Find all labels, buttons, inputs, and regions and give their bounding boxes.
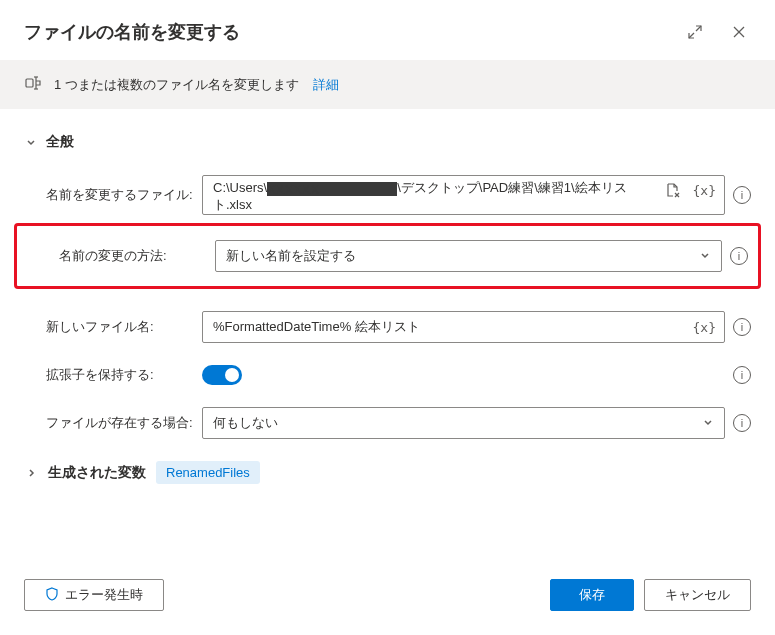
file-path-prefix: C:\Users\ [213,180,267,195]
chevron-right-icon [24,466,38,480]
new-filename-label: 新しいファイル名: [46,318,194,336]
on-error-button[interactable]: エラー発生時 [24,579,164,611]
info-banner: 1 つまたは複数のファイル名を変更します 詳細 [0,60,775,109]
new-filename-value: %FormattedDateTime% 絵本リスト [213,319,689,336]
new-filename-input[interactable]: %FormattedDateTime% 絵本リスト {x} [202,311,725,343]
file-picker-icon[interactable] [663,180,683,200]
section-generated-vars-header[interactable]: 生成された変数 RenamedFiles [24,461,751,484]
file-to-rename-input[interactable]: C:\Users\XXXXXX\デスクトップ\PAD練習\練習1\絵本リスト.x… [202,175,725,215]
section-general-header[interactable]: 全般 [24,133,751,151]
file-to-rename-label: 名前を変更するファイル: [46,186,194,204]
chevron-down-icon [702,416,714,431]
redacted-segment: XXXXXX [267,182,397,196]
section-generated-vars-title: 生成された変数 [48,464,146,482]
highlighted-area: 名前の変更の方法: 新しい名前を設定する i [14,223,761,289]
shield-icon [45,587,59,604]
if-file-exists-value: 何もしない [213,414,278,432]
expand-icon[interactable] [683,20,707,44]
rename-scheme-label: 名前の変更の方法: [59,247,207,265]
keep-extension-label: 拡張子を保持する: [46,366,194,384]
info-icon[interactable]: i [733,366,751,384]
rename-scheme-select[interactable]: 新しい名前を設定する [215,240,722,272]
chevron-down-icon [699,249,711,264]
svg-rect-0 [26,79,33,87]
info-icon[interactable]: i [730,247,748,265]
rename-scheme-value: 新しい名前を設定する [226,247,356,265]
keep-extension-toggle[interactable] [202,365,242,385]
cancel-button[interactable]: キャンセル [644,579,751,611]
variable-picker-icon[interactable]: {x} [689,181,720,200]
if-file-exists-select[interactable]: 何もしない [202,407,725,439]
if-file-exists-label: ファイルが存在する場合: [46,414,194,432]
save-button[interactable]: 保存 [550,579,634,611]
banner-text: 1 つまたは複数のファイル名を変更します [54,76,299,94]
dialog-title: ファイルの名前を変更する [24,20,240,44]
on-error-label: エラー発生時 [65,586,143,604]
rename-icon [24,74,42,95]
section-general-title: 全般 [46,133,74,151]
info-icon[interactable]: i [733,318,751,336]
info-icon[interactable]: i [733,186,751,204]
chevron-down-icon [24,135,38,149]
close-icon[interactable] [727,20,751,44]
generated-var-pill[interactable]: RenamedFiles [156,461,260,484]
info-icon[interactable]: i [733,414,751,432]
details-link[interactable]: 詳細 [313,76,339,94]
variable-picker-icon[interactable]: {x} [689,318,720,337]
